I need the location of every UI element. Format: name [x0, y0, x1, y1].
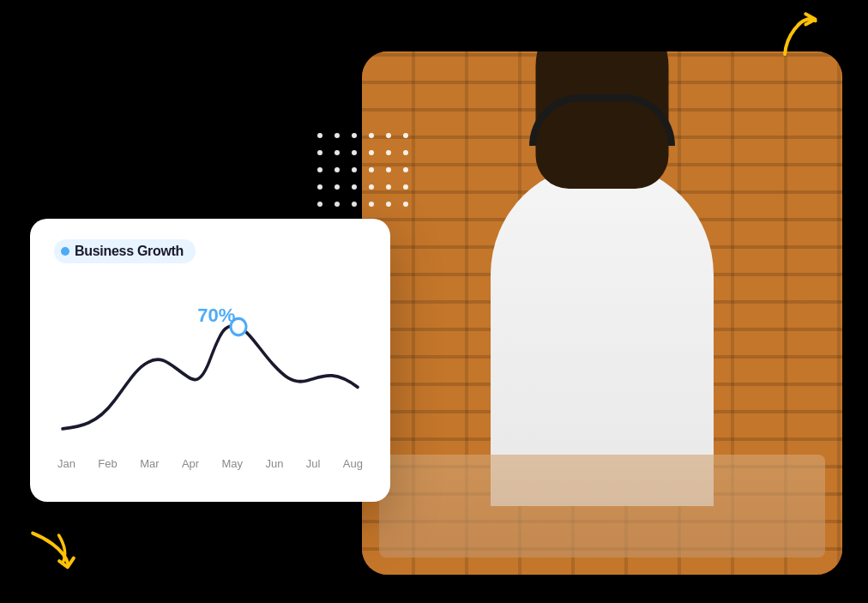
dot — [352, 133, 357, 138]
dot — [403, 167, 408, 172]
x-label-jul: Jul — [306, 457, 321, 470]
dot — [386, 167, 391, 172]
x-label-feb: Feb — [98, 457, 117, 470]
x-axis-labels: Jan Feb Mar Apr May Jun Jul Aug — [54, 457, 366, 470]
dot — [403, 150, 408, 155]
dot — [335, 202, 340, 207]
tooltip-value: 70% — [197, 305, 235, 326]
doodle-arrow-bottom-left — [19, 516, 80, 583]
x-label-jun: Jun — [265, 457, 283, 470]
dot — [386, 202, 391, 207]
dot — [369, 133, 374, 138]
dot-grid — [317, 133, 420, 212]
dot — [317, 167, 322, 172]
x-label-jan: Jan — [57, 457, 75, 470]
dot — [386, 133, 391, 138]
chart-line — [63, 326, 358, 429]
dot — [403, 133, 408, 138]
dot — [369, 202, 374, 207]
doodle-arrow-top-right — [769, 4, 830, 70]
dot — [352, 202, 357, 207]
chart-title: Business Growth — [75, 244, 184, 259]
dot — [369, 167, 374, 172]
dot — [335, 167, 340, 172]
dot — [335, 150, 340, 155]
dot — [352, 184, 357, 190]
dot-pattern-decoration — [317, 133, 420, 219]
x-label-aug: Aug — [343, 457, 363, 470]
dot — [403, 202, 408, 207]
dot — [335, 133, 340, 138]
dot — [403, 184, 408, 190]
dot — [317, 133, 322, 138]
dot — [386, 184, 391, 190]
chart-tooltip: 70% — [197, 305, 235, 327]
dot — [352, 150, 357, 155]
x-label-apr: Apr — [182, 457, 199, 470]
x-label-mar: Mar — [140, 457, 159, 470]
dot — [386, 150, 391, 155]
x-label-may: May — [222, 457, 244, 470]
business-growth-card: Business Growth 70% Jan Feb Mar Apr May … — [30, 219, 390, 502]
chart-legend: Business Growth — [54, 239, 366, 263]
dot — [317, 202, 322, 207]
photo-background — [362, 51, 842, 575]
dot — [369, 150, 374, 155]
dot — [317, 184, 322, 190]
dot — [335, 184, 340, 190]
chart-area: 70% — [54, 280, 366, 452]
dot — [317, 150, 322, 155]
legend-dot — [61, 247, 69, 256]
scene: Business Growth 70% Jan Feb Mar Apr May … — [0, 0, 868, 603]
legend-label-container: Business Growth — [54, 239, 196, 263]
dot — [369, 184, 374, 190]
dot — [352, 167, 357, 172]
laptop — [379, 455, 825, 558]
